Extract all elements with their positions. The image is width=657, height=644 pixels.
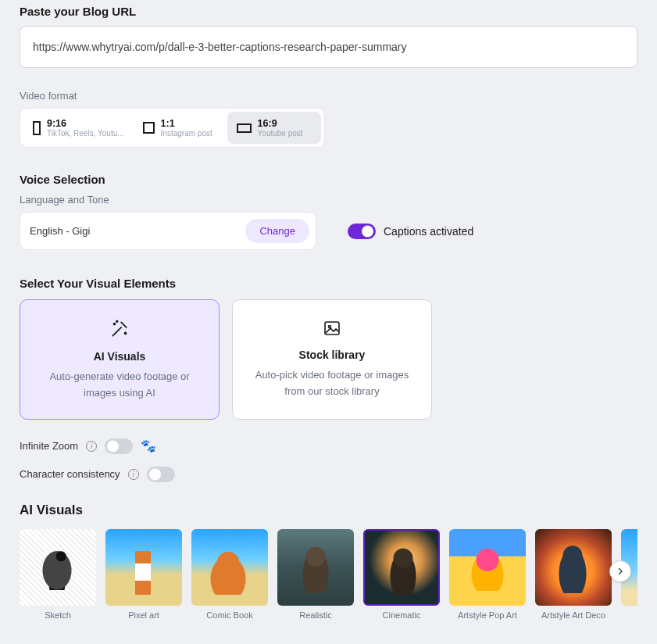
video-format-section: Video format 9:16 TikTok, Reels, Youtu..… <box>20 90 637 148</box>
voice-section: Voice Selection Language and Tone Englis… <box>20 173 637 250</box>
visual-card-stock-title: Stock library <box>247 349 417 361</box>
style-cinematic[interactable]: Cinematic <box>363 529 440 620</box>
info-icon[interactable]: i <box>128 469 139 480</box>
style-label: Sketch <box>45 610 71 620</box>
visual-card-stock[interactable]: Stock library Auto-pick video footage or… <box>232 299 432 420</box>
visual-card-ai[interactable]: AI Visuals Auto-generate video footage o… <box>20 299 220 420</box>
image-icon <box>247 319 417 338</box>
gallery-row: Sketch Pixel art Comic Book Realistic Ci… <box>20 529 637 620</box>
voice-title: Voice Selection <box>20 173 637 186</box>
style-label: Pixel art <box>128 610 159 620</box>
format-option-9-16[interactable]: 9:16 TikTok, Reels, Youtu... <box>23 112 134 144</box>
gallery-title: AI Visuals <box>20 503 637 518</box>
thumb-popart <box>449 529 526 606</box>
format-option-1-1[interactable]: 1:1 Instagram post <box>134 112 227 144</box>
thumb-sketch <box>20 529 96 606</box>
url-title: Paste your Blog URL <box>20 5 637 18</box>
style-label: Realistic <box>299 610 332 620</box>
aspect-169-icon <box>237 123 252 133</box>
style-label: Comic Book <box>206 610 252 620</box>
change-voice-button[interactable]: Change <box>245 219 309 243</box>
format-option-16-9[interactable]: 16:9 Youtube post <box>227 112 321 144</box>
visual-card-stock-desc: Auto-pick video footage or images from o… <box>247 367 417 400</box>
style-label: Artstyle Art Deco <box>541 610 605 620</box>
format-title-1: 1:1 <box>161 118 212 129</box>
voice-subtitle: Language and Tone <box>20 194 637 206</box>
style-label: Artstyle Pop Art <box>458 610 517 620</box>
format-title-0: 9:16 <box>47 118 124 129</box>
format-sub-2: Youtube post <box>258 129 303 138</box>
thumb-realistic <box>277 529 354 606</box>
captions-toggle[interactable] <box>348 224 376 239</box>
thumb-cinematic <box>363 529 440 606</box>
format-sub-1: Instagram post <box>161 129 212 138</box>
captions-toggle-group: Captions activated <box>348 224 473 239</box>
magic-wand-icon <box>34 319 205 339</box>
thumb-artdeco <box>535 529 612 606</box>
chevron-right-icon <box>616 567 625 576</box>
visual-card-ai-title: AI Visuals <box>34 350 205 363</box>
style-pop-art[interactable]: Artstyle Pop Art <box>449 529 526 620</box>
infinite-zoom-label: Infinite Zoom <box>20 440 78 452</box>
format-label: Video format <box>20 90 637 102</box>
aspect-916-icon <box>33 121 41 135</box>
visual-elements-section: Select Your Visual Elements AI Visuals A… <box>20 277 637 482</box>
infinite-zoom-toggle[interactable] <box>105 438 133 454</box>
blog-url-input[interactable] <box>20 26 637 68</box>
aspect-11-icon <box>143 122 155 134</box>
svg-point-2 <box>116 320 118 322</box>
ai-visuals-gallery: AI Visuals Sketch Pixel art Comic Book R… <box>20 503 637 620</box>
visual-card-ai-desc: Auto-generate video footage or images us… <box>34 369 205 402</box>
captions-label: Captions activated <box>384 225 473 238</box>
style-sketch[interactable]: Sketch <box>20 529 96 620</box>
format-options: 9:16 TikTok, Reels, Youtu... 1:1 Instagr… <box>20 108 325 148</box>
style-comic-book[interactable]: Comic Book <box>191 529 268 620</box>
style-realistic[interactable]: Realistic <box>277 529 354 620</box>
char-consistency-label: Character consistency <box>20 468 120 480</box>
svg-rect-3 <box>325 322 339 335</box>
url-section: Paste your Blog URL <box>20 5 637 68</box>
paw-icon: 🐾 <box>141 438 156 453</box>
svg-point-0 <box>114 324 116 325</box>
infinite-zoom-row: Infinite Zoom i 🐾 <box>20 438 637 454</box>
thumb-comic <box>191 529 268 606</box>
style-label: Cinematic <box>383 610 421 620</box>
voice-selector[interactable]: English - Gigi Change <box>20 212 316 250</box>
char-consistency-toggle[interactable] <box>147 467 175 482</box>
info-icon[interactable]: i <box>86 441 97 452</box>
character-consistency-row: Character consistency i <box>20 467 637 482</box>
svg-point-1 <box>125 332 127 334</box>
voice-current: English - Gigi <box>30 225 90 237</box>
format-sub-0: TikTok, Reels, Youtu... <box>47 129 124 138</box>
thumb-pixel <box>105 529 182 606</box>
style-art-deco[interactable]: Artstyle Art Deco <box>535 529 612 620</box>
gallery-next-button[interactable] <box>609 560 631 582</box>
visual-section-title: Select Your Visual Elements <box>20 277 637 290</box>
style-pixel-art[interactable]: Pixel art <box>105 529 182 620</box>
format-title-2: 16:9 <box>258 118 303 129</box>
